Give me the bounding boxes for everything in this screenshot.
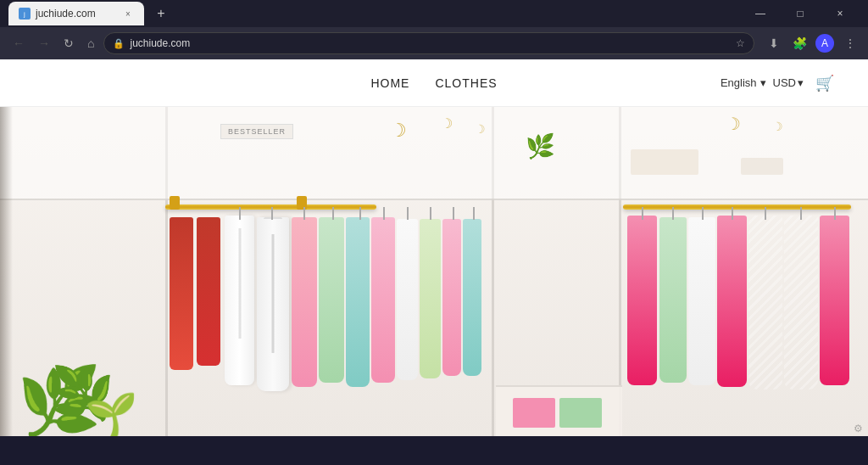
- left-shadow: [0, 107, 13, 436]
- garment-right-pink-3: [820, 216, 849, 385]
- header-right: English ▾ USD ▾ 🛒: [721, 74, 834, 92]
- garment-right-white-1: [688, 217, 715, 385]
- rack-bracket-left-1: [170, 196, 180, 210]
- garment-pink-2: [371, 217, 395, 383]
- plant-area: 🌿 🌿 🌱: [0, 224, 153, 436]
- garment-teal-2: [463, 219, 481, 376]
- garment-lime-1: [420, 219, 441, 378]
- hanger-r-4: [732, 207, 733, 220]
- hanger-r-7: [834, 207, 836, 220]
- button-strip-1: [238, 228, 241, 339]
- refresh-button[interactable]: ↻: [59, 35, 78, 52]
- settings-icon[interactable]: ⚙: [854, 423, 863, 434]
- currency-selector[interactable]: USD ▾: [773, 76, 804, 89]
- website-content: HOME CLOTHES English ▾ USD ▾ 🛒: [0, 59, 868, 436]
- garment-white-2: [397, 219, 418, 380]
- nav-home[interactable]: HOME: [370, 76, 409, 90]
- site-header: HOME CLOTHES English ▾ USD ▾ 🛒: [0, 59, 868, 107]
- tab-close-button[interactable]: ×: [122, 8, 134, 20]
- new-tab-button[interactable]: +: [151, 3, 171, 24]
- hanger-7: [407, 207, 409, 220]
- rack-bracket-left-2: [297, 196, 307, 210]
- hanger-6: [383, 207, 385, 220]
- hanger-8: [430, 207, 431, 220]
- address-bar[interactable]: 🔒 juchiude.com ☆: [103, 32, 754, 54]
- hanger-10: [473, 207, 475, 220]
- shelf-item-1: [631, 149, 698, 175]
- garment-right-pink-1: [627, 216, 657, 385]
- garment-green-1: [319, 217, 344, 383]
- garment-red-2: [197, 217, 220, 366]
- store-scene: BESTSELLER ☽ ☽ ☽ 🌿 ☽ ☽: [0, 107, 868, 436]
- hanger-r-5: [765, 207, 766, 220]
- address-actions: ☆: [736, 37, 745, 49]
- tab-favicon: j: [19, 8, 31, 20]
- garment-white-1: [225, 216, 254, 385]
- moon-deco-1: ☽: [390, 120, 407, 142]
- garment-pink-1: [292, 217, 317, 387]
- button-strip-2: [272, 234, 275, 353]
- hanger-r-2: [672, 207, 674, 220]
- shelf-item-2: [741, 158, 783, 175]
- bestseller-sign: BESTSELLER: [220, 124, 293, 139]
- moon-deco-right: ☽: [726, 114, 741, 134]
- maximize-button[interactable]: □: [781, 0, 820, 27]
- window-controls: — □ ×: [741, 0, 860, 27]
- browser-tab[interactable]: j juchiude.com ×: [8, 2, 144, 25]
- currency-chevron-icon: ▾: [798, 76, 804, 89]
- close-button[interactable]: ×: [821, 0, 860, 27]
- hanger-r-3: [702, 207, 704, 220]
- home-button[interactable]: ⌂: [83, 35, 98, 52]
- moon-deco-2: ☽: [441, 115, 453, 132]
- garment-teal-1: [346, 217, 370, 387]
- language-selector[interactable]: English ▾: [721, 76, 766, 89]
- hero-image: BESTSELLER ☽ ☽ ☽ 🌿 ☽ ☽: [0, 107, 868, 436]
- site-nav: HOME CLOTHES: [370, 76, 497, 90]
- bookmark-icon[interactable]: ☆: [736, 37, 745, 49]
- moon-deco-right2: ☽: [772, 120, 783, 133]
- hanger-5: [359, 207, 361, 220]
- hanger-r-1: [642, 207, 643, 220]
- hanger-1: [239, 207, 241, 220]
- menu-icon[interactable]: 🧩: [790, 34, 809, 53]
- shelf-item-green: [559, 398, 602, 428]
- garment-right-patterned-2: [784, 216, 818, 389]
- plant-top: 🌿: [526, 132, 555, 160]
- cart-button[interactable]: 🛒: [815, 74, 834, 92]
- tab-title: juchiude.com: [36, 8, 96, 20]
- collar: [264, 217, 282, 227]
- browser-window: j juchiude.com × + — □ × ← → ↻ ⌂ 🔒 juchi…: [0, 0, 868, 436]
- currency-label: USD: [773, 76, 796, 89]
- plant-small: 🌱: [85, 394, 137, 436]
- rack-bar-right: [623, 204, 851, 210]
- garment-pink-3: [442, 219, 461, 376]
- garment-white-main: [257, 217, 289, 391]
- minimize-button[interactable]: —: [741, 0, 780, 27]
- forward-button[interactable]: →: [34, 35, 54, 52]
- top-shelf-area: BESTSELLER ☽ ☽ ☽ 🌿 ☽ ☽: [0, 107, 868, 200]
- moon-deco-3: ☽: [475, 122, 486, 136]
- shelf-item-pink: [513, 398, 555, 428]
- language-label: English: [721, 76, 757, 89]
- language-chevron-icon: ▾: [760, 76, 766, 89]
- url-text: juchiude.com: [130, 37, 190, 49]
- garment-right-patterned-1: [748, 216, 782, 389]
- garment-red-1: [170, 217, 193, 370]
- lock-icon: 🔒: [113, 38, 125, 49]
- hanger-3: [303, 207, 305, 220]
- hanger-r-6: [800, 207, 802, 220]
- title-bar: j juchiude.com × + — □ ×: [0, 0, 868, 27]
- garment-right-green-1: [659, 217, 687, 383]
- bottom-shelf: [496, 385, 622, 436]
- nav-clothes[interactable]: CLOTHES: [435, 76, 497, 90]
- nav-bar: ← → ↻ ⌂ 🔒 juchiude.com ☆ ⬇ 🧩 A ⋮: [0, 27, 868, 59]
- browser-actions: ⬇ 🧩 A ⋮: [765, 34, 860, 53]
- hanger-4: [332, 207, 334, 220]
- extensions-icon[interactable]: ⬇: [765, 34, 783, 53]
- hanger-2: [271, 207, 273, 220]
- garment-right-pink-2: [717, 216, 747, 387]
- more-menu-icon[interactable]: ⋮: [841, 34, 860, 53]
- back-button[interactable]: ←: [8, 35, 29, 52]
- hanger-9: [453, 207, 454, 220]
- profile-icon[interactable]: A: [815, 34, 834, 53]
